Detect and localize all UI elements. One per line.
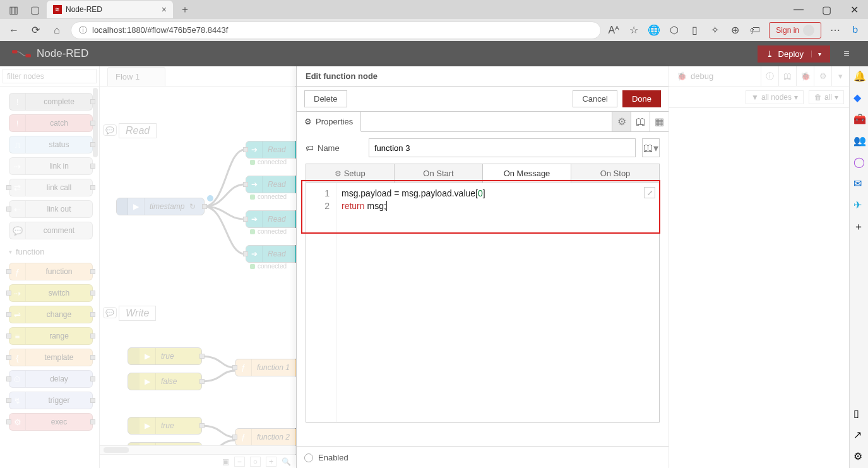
input-port[interactable] bbox=[243, 251, 248, 256]
outlook-icon[interactable]: ✉ bbox=[853, 177, 865, 189]
signin-button[interactable]: Sign in bbox=[769, 22, 821, 39]
palette-node-comment[interactable]: 💬comment bbox=[9, 222, 93, 239]
palette-node-change[interactable]: ⇌change bbox=[9, 306, 93, 323]
input-port[interactable] bbox=[6, 185, 11, 190]
filter-all-nodes[interactable]: ▼ all nodes ▾ bbox=[746, 90, 804, 104]
palette-category-function[interactable]: ▾ function bbox=[9, 243, 93, 260]
new-tab-icon[interactable]: ＋ bbox=[175, 1, 194, 18]
switch-node-true[interactable]: ▶true bbox=[128, 417, 202, 435]
comment-read[interactable]: Read bbox=[119, 123, 157, 138]
more-icon[interactable]: ⋯ bbox=[829, 24, 841, 37]
sidebar-icon[interactable]: ▯ bbox=[688, 24, 701, 37]
enabled-toggle[interactable] bbox=[304, 453, 313, 462]
inject-node[interactable]: ▶ timestamp ↻ bbox=[116, 198, 205, 215]
palette-node-status[interactable]: ⎍status bbox=[9, 136, 93, 153]
output-port[interactable] bbox=[90, 419, 95, 424]
debug-tab[interactable]: 🐞 debug bbox=[669, 66, 721, 86]
opcua-read-node[interactable]: ➔Readconnected bbox=[246, 210, 296, 228]
comment-bubble-read[interactable]: 💬 bbox=[103, 124, 117, 136]
deploy-button[interactable]: ⤓ Deploy ▾ bbox=[758, 45, 830, 63]
output-port[interactable] bbox=[90, 185, 95, 190]
palette-node-trigger[interactable]: ↯trigger bbox=[9, 392, 93, 409]
settings-rail-icon[interactable]: ⚙ bbox=[853, 450, 865, 462]
workspace-tab-flow1[interactable]: Flow 1 bbox=[107, 67, 165, 86]
input-port[interactable] bbox=[243, 147, 248, 152]
toolbox-icon[interactable]: 🧰 bbox=[853, 113, 865, 124]
debug-tab-icon[interactable]: 🐞 bbox=[796, 66, 814, 86]
properties-tab[interactable]: ⚙ Properties bbox=[297, 112, 361, 132]
favorites-bar-icon[interactable]: ✧ bbox=[708, 24, 721, 37]
bell-icon[interactable]: 🔔 bbox=[853, 70, 865, 81]
palette-node-link-in[interactable]: ⇢link in bbox=[9, 157, 93, 175]
workspace-hscroll[interactable] bbox=[100, 445, 296, 454]
code-content[interactable]: msg.payload = msg.payload.value[0] retur… bbox=[336, 183, 659, 422]
done-button[interactable]: Done bbox=[622, 90, 661, 107]
browser-tab-active[interactable]: ≋ Node-RED × bbox=[47, 1, 173, 18]
collections-icon[interactable]: ⊕ bbox=[728, 24, 741, 37]
delete-button[interactable]: Delete bbox=[304, 90, 347, 107]
tab-onstart[interactable]: On Start bbox=[395, 164, 483, 183]
input-port[interactable] bbox=[6, 333, 11, 339]
palette-node-range[interactable]: ≡range bbox=[9, 327, 93, 345]
output-port[interactable] bbox=[90, 333, 95, 339]
extensions-icon[interactable]: ⬡ bbox=[668, 24, 681, 37]
input-port[interactable] bbox=[232, 435, 237, 440]
opcua-read-node[interactable]: ➔Readconnected bbox=[246, 141, 296, 159]
output-port[interactable] bbox=[90, 121, 95, 126]
settings-icon[interactable]: ⚙ bbox=[612, 112, 631, 131]
opcua-read-node[interactable]: ➔Readconnected bbox=[246, 245, 296, 263]
panel-icon[interactable]: ▯ bbox=[853, 407, 865, 419]
switch-node-false[interactable]: ▶false bbox=[128, 442, 202, 445]
minimize-button[interactable]: — bbox=[785, 0, 812, 19]
output-port[interactable] bbox=[90, 269, 95, 274]
comment-bubble-write[interactable]: 💬 bbox=[103, 307, 117, 318]
refresh-button[interactable]: ⟳ bbox=[28, 23, 43, 38]
switch-node-false[interactable]: ▶false bbox=[128, 373, 202, 390]
palette-list[interactable]: !complete!catch⎍status⇢link in⇄link call… bbox=[0, 87, 99, 468]
output-port[interactable] bbox=[202, 204, 207, 209]
people-icon[interactable]: 👥 bbox=[853, 135, 865, 146]
filter-nodes-input[interactable] bbox=[3, 69, 97, 83]
function-node[interactable]: ƒfunction 2 bbox=[235, 428, 296, 445]
function-node[interactable]: ƒfunction 1 bbox=[235, 359, 296, 376]
code-editor[interactable]: ⤢ 12 msg.payload = msg.payload.value[0] … bbox=[306, 183, 660, 423]
output-port[interactable] bbox=[90, 164, 95, 169]
input-port[interactable] bbox=[6, 207, 11, 212]
send-icon[interactable]: ✈ bbox=[853, 199, 865, 210]
favorite-icon[interactable]: ☆ bbox=[627, 24, 640, 37]
deploy-dropdown-icon[interactable]: ▾ bbox=[811, 51, 821, 57]
output-port[interactable] bbox=[90, 291, 95, 296]
name-input[interactable] bbox=[369, 138, 636, 157]
tab-onmessage[interactable]: On Message bbox=[483, 164, 571, 183]
bing-icon[interactable]: ｂ bbox=[849, 24, 862, 37]
address-bar[interactable]: ⓘ localhost:1880/#flow/476b5e78.8443f bbox=[71, 21, 601, 39]
zoom-reset-icon[interactable]: ○ bbox=[250, 457, 261, 467]
output-port[interactable] bbox=[90, 355, 95, 360]
palette-node-switch[interactable]: ⇢switch bbox=[9, 284, 93, 302]
input-port[interactable] bbox=[6, 312, 11, 317]
input-port[interactable] bbox=[232, 365, 237, 370]
share-icon[interactable]: ↗ bbox=[853, 429, 865, 440]
output-port[interactable] bbox=[199, 423, 205, 428]
palette-node-link-out[interactable]: ⇠link out bbox=[9, 200, 93, 218]
description-icon[interactable]: 🕮 bbox=[631, 112, 650, 131]
blue-icon[interactable]: ◆ bbox=[853, 92, 865, 103]
output-port[interactable] bbox=[90, 142, 95, 147]
input-port[interactable] bbox=[6, 269, 11, 274]
home-button[interactable]: ⌂ bbox=[49, 23, 64, 38]
input-port[interactable] bbox=[6, 419, 11, 424]
read-aloud-icon[interactable]: Aᴬ bbox=[607, 24, 620, 37]
input-port[interactable] bbox=[6, 398, 11, 403]
workspace-canvas[interactable]: 💬 Read ▶ timestamp ↻ ➔Readconnected➔Read… bbox=[100, 87, 296, 445]
appearance-icon[interactable]: ▦ bbox=[650, 112, 669, 131]
zoom-in-icon[interactable]: + bbox=[266, 457, 276, 467]
back-button[interactable]: ← bbox=[6, 23, 21, 38]
palette-node-link-call[interactable]: ⇄link call bbox=[9, 179, 93, 196]
workspaces-icon[interactable]: ▥ bbox=[4, 1, 23, 18]
tab-setup[interactable]: Setup bbox=[306, 164, 395, 183]
opcua-read-node[interactable]: ➔Readconnected bbox=[246, 176, 296, 193]
input-port[interactable] bbox=[6, 291, 11, 296]
output-port[interactable] bbox=[199, 354, 205, 359]
tab-onstop[interactable]: On Stop bbox=[571, 164, 659, 183]
close-window-button[interactable]: ✕ bbox=[840, 0, 868, 19]
